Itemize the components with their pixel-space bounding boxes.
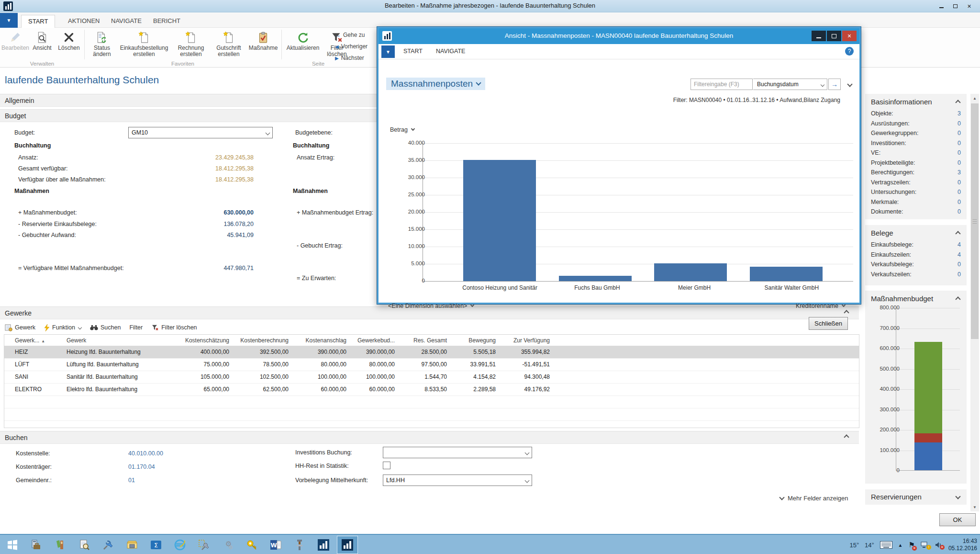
item-value[interactable]: 0 [958, 138, 961, 148]
series-selector[interactable]: Kreditorenname [796, 303, 845, 309]
taskbar-icon-word[interactable]: W [265, 536, 286, 554]
tab-bericht[interactable]: BERICHT [146, 15, 187, 28]
item-value[interactable]: 0 [958, 270, 961, 280]
gemeindenr-value[interactable]: 01 [128, 477, 135, 484]
table-row[interactable]: HEIZHeizung lfd. Bauunterhaltung400.000,… [4, 346, 859, 359]
table-row-empty[interactable] [4, 396, 859, 408]
taskbar-icon-dynamics-nav[interactable] [313, 536, 334, 554]
taskbar-icon-powershell[interactable]: Σ [145, 536, 167, 554]
item-value[interactable]: 0 [958, 158, 961, 168]
value-field-selector[interactable]: Betrag [390, 126, 414, 133]
item-value[interactable]: 3 [958, 168, 961, 178]
stacked-bar-segment[interactable] [914, 433, 942, 443]
item-value[interactable]: 0 [958, 178, 961, 188]
minimize-button[interactable] [935, 1, 948, 11]
popup-tab-navigate[interactable]: NAVIGATE [436, 48, 465, 55]
popup-page-name[interactable]: Massnahmenposten [386, 78, 485, 90]
item-value[interactable]: 0 [958, 187, 961, 197]
tab-start[interactable]: START [21, 15, 55, 28]
taskbar-icon-devices-printer[interactable] [122, 536, 143, 554]
taskbar-icon-dynamics-nav[interactable] [337, 536, 358, 554]
status-aendern-button[interactable]: Status ändern [87, 30, 117, 57]
filter-loeschen-toolbar-button[interactable]: Filter löschen [151, 324, 197, 331]
dimension-selector[interactable]: <Eine Dimension auswählen> [388, 303, 474, 309]
popup-tab-start[interactable]: START [403, 48, 423, 55]
gewerke-table-header[interactable]: Gewerk...▲ Gewerk Kostenschätzung Kosten… [4, 335, 859, 346]
chart-bar[interactable] [654, 263, 727, 281]
item-value[interactable]: 3 [958, 109, 961, 119]
popup-minimize-button[interactable] [812, 31, 826, 41]
vertical-scrollbar[interactable]: ▲ ——— ▼ [970, 94, 979, 511]
network-status-icon[interactable]: ! [921, 542, 929, 548]
taskbar-icon-server-manager[interactable] [26, 536, 47, 554]
hh-rest-checkbox[interactable] [383, 462, 390, 469]
window-counter[interactable]: 15» [850, 541, 859, 549]
table-row-empty[interactable] [4, 408, 859, 421]
stacked-bar-segment[interactable] [914, 442, 942, 470]
gewerk-menu-button[interactable]: Gewerk [5, 324, 35, 331]
suchen-button[interactable]: Suchen [90, 324, 121, 331]
chart-bar[interactable] [559, 276, 632, 281]
item-value[interactable]: 0 [958, 260, 961, 270]
item-value[interactable]: 4 [958, 240, 961, 250]
funktion-menu-button[interactable]: Funktion [44, 324, 81, 331]
loeschen-button[interactable]: Löschen [56, 30, 82, 51]
keyboard-icon[interactable] [880, 541, 892, 549]
scroll-up-arrow-icon[interactable]: ▲ [970, 94, 979, 102]
tab-aktionen[interactable]: AKTIONEN [61, 15, 106, 28]
taskbar-icon-admin-tools[interactable] [98, 536, 119, 554]
chart-bar[interactable] [463, 160, 536, 281]
rechnung-erstellen-button[interactable]: Rechnung erstellen [172, 30, 210, 57]
close-button[interactable]: × [962, 1, 976, 11]
item-value[interactable]: 0 [958, 128, 961, 138]
budget-select[interactable]: GM10 [128, 127, 273, 138]
table-row[interactable]: ELEKTROElektro lfd. Bauunterhaltung65.00… [4, 384, 859, 396]
chevron-down-icon[interactable] [847, 81, 852, 87]
backstage-menu-button[interactable]: ▼ [0, 13, 18, 28]
taskbar-icon-credentials-key[interactable] [241, 536, 262, 554]
volume-icon[interactable]: ✕ [935, 542, 943, 548]
massnahme-button[interactable]: Maßnahme [248, 30, 278, 51]
collapse-chevron-icon[interactable] [844, 310, 849, 315]
taskbar-icon-repair-tools[interactable] [289, 536, 310, 554]
window-counter[interactable]: 14» [865, 541, 874, 549]
popup-backstage-button[interactable]: ▼ [381, 45, 395, 58]
vorbelegung-select[interactable]: Lfd.HH [383, 475, 532, 486]
taskbar-icon-event-viewer[interactable] [74, 536, 95, 554]
naechster-link[interactable]: ▶Nächster [335, 55, 364, 61]
taskbar-icon-toolbox[interactable] [50, 536, 71, 554]
bearbeiten-button[interactable]: Bearbeiten [2, 30, 29, 51]
flag-status-icon[interactable]: ⚑✕ [908, 541, 914, 549]
aktualisieren-button[interactable]: Aktualisieren [284, 30, 322, 51]
section-buchen[interactable]: Buchen [0, 431, 859, 444]
factbox-title[interactable]: Maßnahmenbudget [865, 291, 967, 305]
factbox-title[interactable]: Reservierungen [865, 489, 967, 504]
schliessen-button[interactable]: Schließen [809, 317, 848, 330]
kostenstelle-value[interactable]: 40.010.00.00 [128, 450, 163, 457]
apply-filter-button[interactable]: → [828, 79, 841, 90]
taskbar-icon-internet-explorer[interactable] [169, 536, 190, 554]
factbox-title[interactable]: Belege [865, 225, 967, 240]
table-row[interactable]: SANISanitär lfd. Bauunterhaltung105.000,… [4, 371, 859, 384]
maximize-button[interactable] [948, 1, 962, 11]
factbox-title[interactable]: Basisinformationen [865, 94, 967, 109]
item-value[interactable]: 0 [958, 207, 961, 217]
filter-input[interactable]: Filtereingabe (F3) [690, 79, 753, 90]
mehr-felder-link[interactable]: Mehr Felder anzeigen [780, 495, 848, 502]
kostentraeger-value[interactable]: 01.170.04 [128, 464, 155, 470]
clock[interactable]: 16:4305.12.2016 [948, 538, 977, 552]
investitions-buchung-select[interactable] [383, 447, 532, 458]
filter-button[interactable]: Filter [129, 324, 143, 331]
taskbar-icon-services-gears[interactable]: ⚙⚙ [217, 536, 238, 554]
vorheriger-link[interactable]: ◀Vorheriger [335, 43, 368, 50]
filter-field-select[interactable]: Buchungsdatum [753, 79, 827, 90]
taskbar-icon-start[interactable] [2, 536, 23, 554]
chart-bar[interactable] [750, 267, 823, 281]
gehe-zu-link[interactable]: →Gehe zu [335, 32, 365, 38]
stacked-bar-segment[interactable] [914, 342, 942, 433]
einkaufsbestellung-erstellen-button[interactable]: Einkaufsbestellung erstellen [118, 30, 170, 57]
taskbar-icon-remote-tools[interactable] [193, 536, 214, 554]
gutschrift-erstellen-button[interactable]: Gutschrift erstellen [211, 30, 247, 57]
scrollbar-thumb[interactable]: ——— [971, 103, 979, 339]
ansicht-button[interactable]: Ansicht [29, 30, 56, 51]
